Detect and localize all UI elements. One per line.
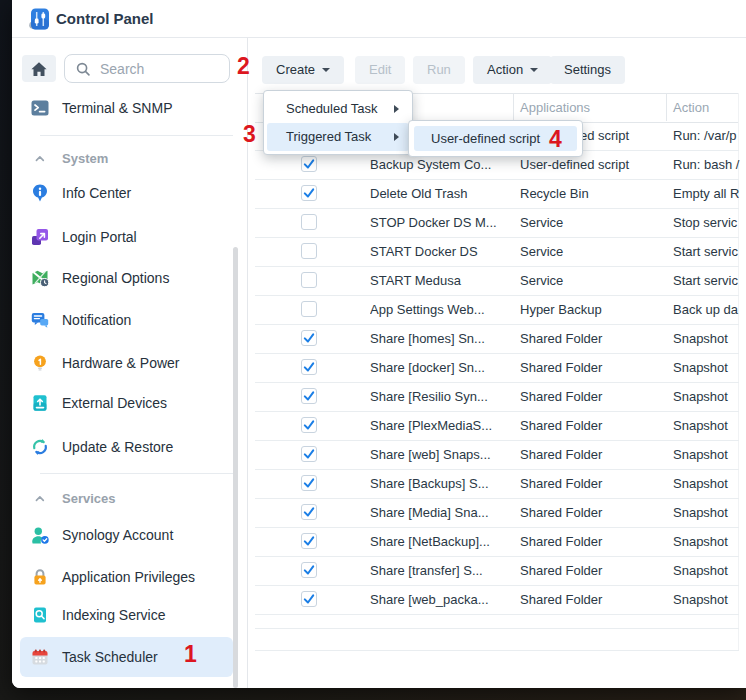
table-row[interactable]: Share [homes] Sn...Shared FolderSnapshot bbox=[255, 324, 739, 354]
sidebar-item-terminal-snmp[interactable]: Terminal & SNMP bbox=[20, 91, 233, 125]
checkbox-checked[interactable] bbox=[301, 533, 317, 549]
column-header-action[interactable]: Action bbox=[673, 94, 709, 122]
check-icon bbox=[302, 447, 316, 461]
button-label: Edit bbox=[369, 62, 391, 77]
checkbox-unchecked[interactable] bbox=[301, 214, 317, 230]
check-icon bbox=[302, 476, 316, 490]
step-annotation-1: 1 bbox=[184, 643, 197, 666]
checkbox-unchecked[interactable] bbox=[301, 243, 317, 259]
cell-task-name: Share [Resilio Syn... bbox=[370, 382, 510, 411]
sidebar-item-external-devices[interactable]: External Devices bbox=[20, 386, 233, 420]
table-row[interactable]: Share [docker] Sn...Shared FolderSnapsho… bbox=[255, 353, 739, 383]
create-button[interactable]: Create bbox=[262, 56, 344, 84]
cell-task-name: Share [docker] Sn... bbox=[370, 353, 510, 382]
cell-application: Shared Folder bbox=[520, 382, 665, 411]
menu-item-scheduled-task[interactable]: Scheduled Task bbox=[267, 95, 409, 123]
action-button[interactable]: Action bbox=[473, 56, 552, 84]
checkbox-checked[interactable] bbox=[301, 156, 317, 172]
search-icon bbox=[74, 60, 92, 78]
sidebar-scrollbar[interactable] bbox=[233, 247, 238, 688]
checkbox-checked[interactable] bbox=[301, 417, 317, 433]
control-panel-icon bbox=[28, 7, 50, 31]
sidebar: Terminal & SNMPSystemInfo CenterLogin Po… bbox=[12, 38, 248, 688]
table-row[interactable]: Share [NetBackup]...Shared FolderSnapsho… bbox=[255, 527, 739, 557]
settings-button[interactable]: Settings bbox=[550, 56, 625, 84]
cell-action: Snapshot bbox=[673, 498, 743, 527]
sidebar-item-application-privileges[interactable]: Application Privileges bbox=[20, 560, 233, 594]
sidebar-item-indexing-service[interactable]: Indexing Service bbox=[20, 598, 233, 632]
checkbox-checked[interactable] bbox=[301, 562, 317, 578]
checkbox-checked[interactable] bbox=[301, 475, 317, 491]
table-row[interactable]: Share [Backups] S...Shared FolderSnapsho… bbox=[255, 469, 739, 499]
menu-item-label: User-defined script bbox=[431, 131, 540, 146]
checkbox-checked[interactable] bbox=[301, 330, 317, 346]
sidebar-item-info-center[interactable]: Info Center bbox=[20, 176, 233, 210]
sidebar-item-hardware-power[interactable]: Hardware & Power bbox=[20, 346, 233, 380]
sidebar-item-label: Info Center bbox=[62, 185, 131, 201]
table-row[interactable]: Share [transfer] S...Shared FolderSnapsh… bbox=[255, 556, 739, 586]
cell-action: Snapshot bbox=[673, 469, 743, 498]
cell-action: Snapshot bbox=[673, 440, 743, 469]
sidebar-item-login-portal[interactable]: Login Portal bbox=[20, 220, 233, 254]
cell-action: Snapshot bbox=[673, 556, 743, 585]
sidebar-item-label: Update & Restore bbox=[62, 439, 173, 455]
login-portal-icon bbox=[30, 227, 50, 247]
sidebar-item-synology-account[interactable]: Synology Account bbox=[20, 518, 233, 552]
sidebar-item-label: Regional Options bbox=[62, 270, 169, 286]
checkbox-checked[interactable] bbox=[301, 388, 317, 404]
column-header-applications[interactable]: Applications bbox=[520, 94, 590, 122]
home-button[interactable] bbox=[22, 55, 56, 82]
checkbox-unchecked[interactable] bbox=[301, 301, 317, 317]
indexing-service-icon bbox=[30, 605, 50, 625]
terminal-icon bbox=[30, 98, 50, 118]
table-row[interactable]: App Settings Web...Hyper BackupBack up d… bbox=[255, 295, 739, 325]
check-icon bbox=[302, 157, 316, 171]
title-bar[interactable]: Control Panel bbox=[12, 0, 746, 38]
checkbox-checked[interactable] bbox=[301, 446, 317, 462]
task-scheduler-icon bbox=[30, 647, 50, 667]
search-box[interactable] bbox=[64, 54, 230, 83]
cell-task-name: Share [NetBackup]... bbox=[370, 527, 510, 556]
chevron-up-icon bbox=[33, 491, 47, 505]
search-input[interactable] bbox=[98, 60, 202, 78]
sidebar-item-task-scheduler[interactable]: Task Scheduler bbox=[20, 637, 233, 677]
table-row[interactable]: Share [Media] Sna...Shared FolderSnapsho… bbox=[255, 498, 739, 528]
task-scheduler-icon bbox=[30, 647, 50, 667]
cell-action: Snapshot bbox=[673, 382, 743, 411]
sidebar-section-services[interactable]: Services bbox=[20, 488, 233, 508]
checkbox-checked[interactable] bbox=[301, 185, 317, 201]
checkbox-checked[interactable] bbox=[301, 359, 317, 375]
cell-action: Start servic bbox=[673, 237, 743, 266]
cell-action: Start servic bbox=[673, 266, 743, 295]
sidebar-item-notification[interactable]: Notification bbox=[20, 303, 233, 337]
menu-item-label: Triggered Task bbox=[286, 129, 371, 144]
table-empty-line bbox=[255, 650, 739, 651]
cell-application: Shared Folder bbox=[520, 411, 665, 440]
hardware-power-icon bbox=[30, 353, 50, 373]
menu-item-triggered-task[interactable]: Triggered Task bbox=[267, 123, 409, 151]
checkbox-checked[interactable] bbox=[301, 591, 317, 607]
edit-button[interactable]: Edit bbox=[355, 56, 405, 84]
checkbox-checked[interactable] bbox=[301, 504, 317, 520]
cell-action: Run: /var/p bbox=[673, 121, 743, 150]
hardware-power-icon bbox=[30, 353, 50, 373]
table-row[interactable]: Delete Old TrashRecycle BinEmpty all R bbox=[255, 179, 739, 209]
table-row[interactable]: START MedusaServiceStart servic bbox=[255, 266, 739, 296]
table-row[interactable]: Share [web_packa...Shared FolderSnapshot bbox=[255, 585, 739, 615]
cell-task-name: STOP Docker DS M... bbox=[370, 208, 510, 237]
table-row[interactable]: Share [Resilio Syn...Shared FolderSnapsh… bbox=[255, 382, 739, 412]
run-button[interactable]: Run bbox=[413, 56, 465, 84]
sidebar-section-system[interactable]: System bbox=[20, 148, 233, 168]
table-row[interactable]: Share [web] Snaps...Shared FolderSnapsho… bbox=[255, 440, 739, 470]
table-row[interactable]: STOP Docker DS M...ServiceStop servic bbox=[255, 208, 739, 238]
checkbox-unchecked[interactable] bbox=[301, 272, 317, 288]
sidebar-item-regional-options[interactable]: Regional Options bbox=[20, 261, 233, 295]
regional-options-icon bbox=[30, 268, 50, 288]
table-row[interactable]: Share [PlexMediaS...Shared FolderSnapsho… bbox=[255, 411, 739, 441]
notification-icon bbox=[30, 310, 50, 330]
table-row[interactable]: START Docker DSServiceStart servic bbox=[255, 237, 739, 267]
cell-application: Shared Folder bbox=[520, 440, 665, 469]
sidebar-item-update-restore[interactable]: Update & Restore bbox=[20, 430, 233, 464]
cell-action: Snapshot bbox=[673, 585, 743, 614]
column-separator bbox=[666, 93, 667, 121]
